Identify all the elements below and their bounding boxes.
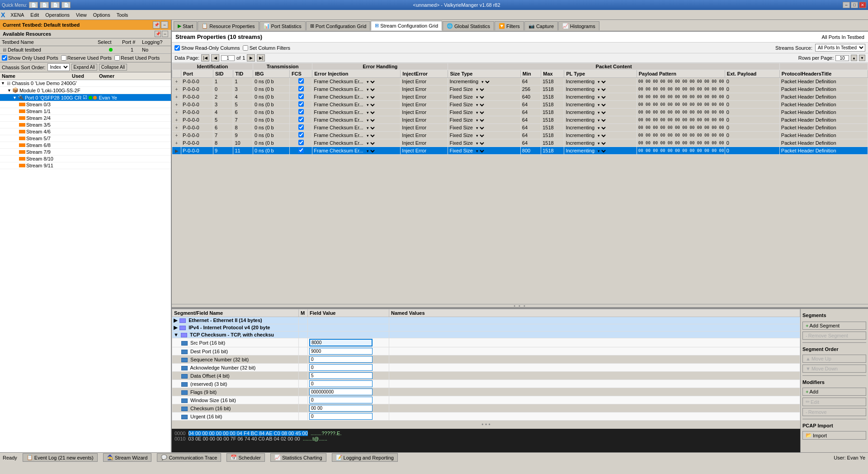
- pl-type-select-3[interactable]: ▾: [596, 102, 607, 108]
- close-btn[interactable]: ✕: [859, 2, 866, 8]
- menu-view[interactable]: View: [73, 11, 90, 19]
- error-inj-select-0[interactable]: ▾: [365, 79, 376, 85]
- last-page-btn[interactable]: ▶|: [257, 54, 265, 62]
- stream-1-1[interactable]: Stream 1/1: [0, 108, 171, 115]
- available-resources-pin[interactable]: 📌: [155, 31, 161, 37]
- stats-charting-tab[interactable]: 📈 Statistics Charting: [270, 453, 326, 462]
- size-type-select-2[interactable]: ▾: [474, 95, 486, 100]
- fcs-checkbox-7[interactable]: [298, 132, 304, 137]
- resize-handle[interactable]: • • •: [172, 304, 868, 308]
- field-seq-num-input[interactable]: [309, 356, 373, 363]
- maximize-btn[interactable]: □: [851, 2, 858, 8]
- add-modifier-btn[interactable]: + Add: [802, 388, 866, 396]
- move-down-btn[interactable]: ▼ Move Down: [802, 365, 866, 373]
- error-inj-select-6[interactable]: ▾: [365, 125, 376, 131]
- table-row[interactable]: + P-0-0-0 0 3 0 ns (0 b Frame Checksum E…: [172, 85, 868, 93]
- reserve-used-checkbox[interactable]: [61, 55, 66, 61]
- size-type-select-1[interactable]: ▾: [474, 87, 486, 92]
- size-type-select-9[interactable]: ▾: [474, 148, 486, 154]
- td-expand-3[interactable]: +: [172, 101, 181, 109]
- move-up-btn[interactable]: ▲ Move Up: [802, 355, 866, 363]
- pl-type-select-8[interactable]: ▾: [596, 141, 607, 146]
- field-seq-num-row[interactable]: Sequence Number (32 bit): [172, 356, 800, 364]
- tree-module-0[interactable]: ▼ 📦 Module 0 'Loki-100G-5S-2F: [0, 87, 171, 94]
- fcs-checkbox-2[interactable]: [298, 94, 304, 99]
- sort-order-select[interactable]: Index: [47, 63, 70, 71]
- pl-type-select-6[interactable]: ▾: [596, 125, 607, 131]
- field-ack-num-input[interactable]: [309, 364, 373, 371]
- reset-used-checkbox[interactable]: [114, 55, 120, 61]
- tab-resource-props[interactable]: 📋 Resource Properties: [198, 21, 259, 30]
- reset-used-label[interactable]: Reset Used Ports: [114, 55, 160, 61]
- menu-xena[interactable]: XENA: [8, 11, 27, 19]
- show-readonly-label[interactable]: Show Read-Only Columns: [175, 45, 240, 51]
- tree-port-0[interactable]: ▼ 🔌 Port 0 'QSFP28 100G CR ☑ Evan Ye: [0, 94, 171, 101]
- tab-histograms[interactable]: 📈 Histograms: [558, 21, 599, 30]
- expand-btn-8[interactable]: +: [175, 141, 178, 146]
- tab-capture[interactable]: 📷 Capture: [524, 21, 558, 30]
- field-data-offset-row[interactable]: Data Offset (4 bit): [172, 372, 800, 380]
- table-row[interactable]: + P-0-0-0 3 5 0 ns (0 b Frame Checksum E…: [172, 101, 868, 109]
- table-row[interactable]: + P-0-0-0 1 1 0 ns (0 b Frame Checksum E…: [172, 78, 868, 85]
- pl-type-select-5[interactable]: ▾: [596, 118, 607, 123]
- table-row[interactable]: + P-0-0-0 8 10 0 ns (0 b Frame Checksum …: [172, 139, 868, 147]
- tab-global-stats[interactable]: 🌐 Global Statistics: [443, 21, 494, 30]
- event-log-tab[interactable]: 📋 Event Log (21 new events): [23, 453, 98, 462]
- stream-7-9[interactable]: Stream 7/9: [0, 149, 171, 156]
- td-expand-9[interactable]: ▶: [172, 147, 181, 155]
- add-segment-btn[interactable]: + Add Segment: [802, 322, 866, 330]
- expand-btn-4[interactable]: +: [175, 110, 178, 115]
- collapse-all-btn[interactable]: Collapse All: [99, 64, 127, 71]
- td-expand-2[interactable]: +: [172, 93, 181, 101]
- set-col-filters-checkbox[interactable]: [243, 45, 248, 51]
- td-expand-7[interactable]: +: [172, 132, 181, 139]
- segment-ethernet-row[interactable]: ▶ Ethernet - Ethernet II (14 bytes): [172, 317, 800, 324]
- fcs-checkbox-1[interactable]: [298, 86, 304, 91]
- stream-0-3[interactable]: Stream 0/3: [0, 101, 171, 108]
- expand-all-btn[interactable]: Expand All: [71, 64, 97, 71]
- pl-type-select-9[interactable]: ▾: [596, 148, 607, 154]
- tree-chassis-0[interactable]: ▼ 🖥 Chassis 0 'Live Demo 2400G': [0, 80, 171, 87]
- pin-btn[interactable]: 📌: [153, 21, 160, 28]
- stream-5-7[interactable]: Stream 5/7: [0, 135, 171, 142]
- tab-port-config-grid[interactable]: ⊞ Port Configuration Grid: [306, 21, 371, 30]
- table-row[interactable]: + P-0-0-0 7 9 0 ns (0 b Frame Checksum E…: [172, 132, 868, 139]
- quick-menu-btn3[interactable]: 📄: [51, 2, 60, 8]
- prev-page-btn[interactable]: ◀: [211, 54, 219, 62]
- size-type-select-6[interactable]: ▾: [474, 125, 486, 131]
- tab-filters[interactable]: 🔽 Filters: [495, 21, 524, 30]
- field-ack-num-row[interactable]: Acknowledge Number (32 bit): [172, 364, 800, 372]
- expand-btn-9[interactable]: ▶: [175, 148, 179, 153]
- expand-btn-0[interactable]: +: [175, 79, 178, 84]
- stream-wizard-tab[interactable]: 🧙 Stream Wizard: [103, 453, 152, 462]
- show-readonly-checkbox[interactable]: [175, 45, 180, 51]
- first-page-btn[interactable]: |◀: [201, 54, 209, 62]
- available-resources-min[interactable]: –: [162, 31, 168, 37]
- field-reserved-input[interactable]: [309, 380, 373, 387]
- error-inj-select-8[interactable]: ▾: [365, 141, 376, 146]
- size-type-select-3[interactable]: ▾: [474, 102, 486, 108]
- streams-source-select[interactable]: All Ports In Testbed Selected Port: [815, 44, 865, 52]
- size-type-select-5[interactable]: ▾: [474, 118, 486, 123]
- error-inj-select-7[interactable]: ▾: [365, 133, 376, 138]
- fcs-checkbox-8[interactable]: [298, 140, 304, 145]
- error-inj-select-4[interactable]: ▾: [365, 110, 376, 115]
- size-type-select-7[interactable]: ▾: [474, 133, 486, 138]
- table-row[interactable]: ▶ P-0-0-0 9 11 0 ns (0 b Frame Checksum …: [172, 147, 868, 155]
- size-type-select-0[interactable]: ▾: [480, 79, 491, 85]
- remove-modifier-btn[interactable]: - Remove: [802, 408, 866, 416]
- quick-menu-btn1[interactable]: 📄: [29, 2, 38, 8]
- field-reserved-row[interactable]: (reserved) (3 bit): [172, 380, 800, 388]
- segment-ipv4-row[interactable]: ▶ IPv4 - Internet Protocol v4 (20 byte: [172, 324, 800, 332]
- expand-btn-7[interactable]: +: [175, 133, 178, 138]
- td-expand-5[interactable]: +: [172, 116, 181, 124]
- error-inj-select-5[interactable]: ▾: [365, 118, 376, 123]
- error-inj-select-9[interactable]: ▾: [365, 148, 376, 154]
- table-row[interactable]: + P-0-0-0 4 6 0 ns (0 b Frame Checksum E…: [172, 109, 868, 116]
- comm-trace-tab[interactable]: 💬 Communication Trace: [157, 453, 221, 462]
- field-data-offset-input[interactable]: [309, 372, 373, 379]
- menu-operations[interactable]: Operations: [42, 11, 72, 19]
- fcs-checkbox-6[interactable]: [298, 124, 304, 130]
- field-urgent-row[interactable]: Urgent (16 bit): [172, 412, 800, 421]
- minimize-panel-btn[interactable]: –: [161, 21, 168, 28]
